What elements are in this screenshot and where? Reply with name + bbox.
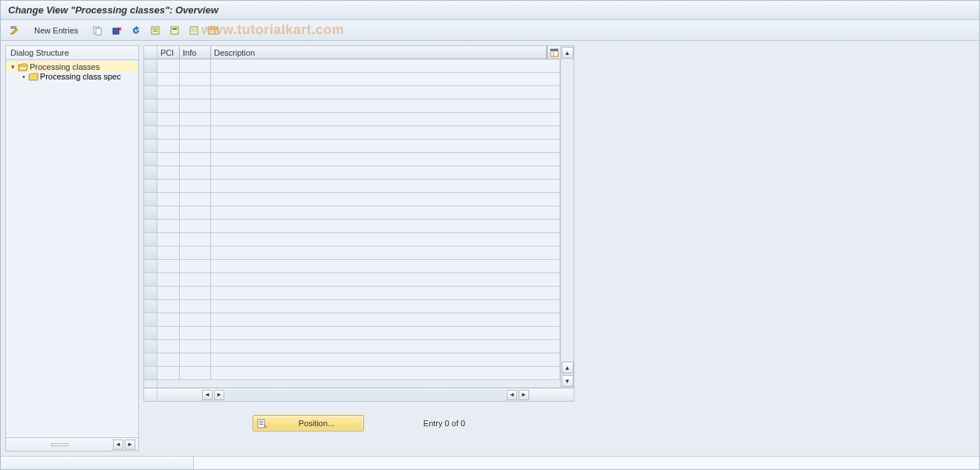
grid-row-header[interactable] <box>144 73 157 86</box>
svg-rect-11 <box>172 28 177 30</box>
table-icon <box>208 25 218 36</box>
grid-row[interactable] <box>158 220 560 233</box>
copy-as-button[interactable] <box>89 23 106 38</box>
grid-row-header[interactable] <box>144 300 157 313</box>
undo-change-button[interactable] <box>128 23 144 38</box>
sidebar-drag-handle[interactable] <box>9 443 111 446</box>
configure-columns-button[interactable] <box>547 46 560 59</box>
svg-rect-23 <box>259 421 263 422</box>
grid-row-header[interactable] <box>144 140 157 153</box>
grid-row-header[interactable] <box>144 86 157 99</box>
folder-open-icon <box>18 62 28 71</box>
svg-rect-9 <box>153 30 158 32</box>
scroll-right-button[interactable]: ► <box>519 390 529 400</box>
grid-row[interactable] <box>158 273 560 287</box>
grid-row[interactable] <box>158 313 560 327</box>
grid-row-header[interactable] <box>144 180 157 193</box>
scroll-up-button[interactable]: ▲ <box>562 47 574 59</box>
deselect-all-button[interactable] <box>186 23 202 38</box>
tree-node-processing-classes[interactable]: ▾ Processing classes <box>6 62 138 72</box>
grid-row[interactable] <box>158 340 560 353</box>
scroll-up-small-button[interactable]: ▲ <box>562 362 574 373</box>
position-label: Position... <box>273 419 360 428</box>
scroll-right-button[interactable]: ► <box>125 440 135 450</box>
grid-row-header[interactable] <box>144 113 157 126</box>
grid-header-row: PCl Info Description <box>158 46 560 59</box>
grid-row-header[interactable] <box>144 153 157 166</box>
grid-row-header[interactable] <box>144 126 157 140</box>
grid-row-header[interactable] <box>144 193 157 206</box>
grid-row[interactable] <box>158 287 560 300</box>
grid-row[interactable] <box>158 59 560 73</box>
grid-row-header[interactable] <box>144 99 157 113</box>
dialog-structure-sidebar: Dialog Structure ▾ Processing classes • … <box>5 45 139 451</box>
hscroll-area[interactable]: ◄ ► ◄ ► <box>158 388 574 401</box>
vertical-scrollbar[interactable]: ▲ ▲ ▼ <box>560 46 574 388</box>
grid-row-header[interactable] <box>144 367 157 380</box>
column-header-info[interactable]: Info <box>180 46 211 59</box>
grid-row-header[interactable] <box>144 327 157 340</box>
grid-row-header[interactable] <box>144 233 157 247</box>
column-header-description[interactable]: Description <box>211 46 547 59</box>
grid-row[interactable] <box>158 126 560 140</box>
grid-row-header[interactable] <box>144 313 157 327</box>
grid-corner[interactable] <box>144 46 157 59</box>
grid-row[interactable] <box>158 247 560 260</box>
grid-row[interactable] <box>158 99 560 113</box>
grid-row-header[interactable] <box>144 340 157 353</box>
title-bar: Change View "Processing classes": Overvi… <box>1 1 979 20</box>
grid-row[interactable] <box>158 233 560 247</box>
grid-row-header[interactable] <box>144 353 157 367</box>
watermark-text: www.tutorialkart.com <box>201 22 344 38</box>
scroll-track[interactable] <box>226 390 505 400</box>
grid-row[interactable] <box>158 180 560 193</box>
grid-row-header[interactable] <box>144 273 157 287</box>
new-entries-button[interactable]: New Entries <box>26 23 86 38</box>
tree-node-processing-class-spec[interactable]: • Processing class spec <box>6 72 138 81</box>
tree-node-label: Processing class spec <box>40 72 121 81</box>
grid-row[interactable] <box>158 260 560 273</box>
grid-row[interactable] <box>158 300 560 313</box>
svg-point-0 <box>11 26 13 28</box>
scroll-left-small-button[interactable]: ◄ <box>507 390 517 400</box>
undo-icon <box>131 25 141 36</box>
horizontal-scrollbar: ◄ ► ◄ ► <box>144 388 574 401</box>
toggle-change-display-button[interactable] <box>7 23 23 38</box>
grid-row[interactable] <box>158 153 560 166</box>
select-all-button[interactable] <box>147 23 163 38</box>
grid-top: PCl Info Description <box>144 46 574 388</box>
grid-row-header[interactable] <box>144 59 157 73</box>
grid-row-header[interactable] <box>144 287 157 300</box>
bullet-icon: • <box>22 72 25 81</box>
grid-row[interactable] <box>158 193 560 206</box>
grid-row-header[interactable] <box>144 206 157 220</box>
select-block-button[interactable] <box>166 23 183 38</box>
sidebar-header: Dialog Structure <box>6 46 138 60</box>
grid-row-header[interactable] <box>144 166 157 180</box>
grid-row-header[interactable] <box>144 247 157 260</box>
grid-row-headers <box>144 46 158 388</box>
grid-row[interactable] <box>158 140 560 153</box>
grid-row[interactable] <box>158 113 560 126</box>
grid-row[interactable] <box>158 86 560 99</box>
scroll-right-small-button[interactable]: ► <box>214 390 224 400</box>
grid-row[interactable] <box>158 367 560 380</box>
grid-row[interactable] <box>158 166 560 180</box>
grid-row-header[interactable] <box>144 260 157 273</box>
scroll-track[interactable] <box>561 59 574 361</box>
grid-row[interactable] <box>158 73 560 86</box>
column-header-pcl[interactable]: PCl <box>158 46 180 59</box>
grid-row[interactable] <box>158 206 560 220</box>
grid-row[interactable] <box>158 353 560 367</box>
position-button[interactable]: Position... <box>253 415 364 431</box>
scroll-left-button[interactable]: ◄ <box>202 390 212 400</box>
svg-rect-20 <box>551 49 558 51</box>
scroll-down-button[interactable]: ▼ <box>562 375 574 387</box>
grid-row-header[interactable] <box>144 220 157 233</box>
scroll-left-button[interactable]: ◄ <box>113 440 123 450</box>
expand-icon[interactable]: ▾ <box>9 63 16 71</box>
grid-row[interactable] <box>158 327 560 340</box>
table-settings-button[interactable] <box>205 23 221 38</box>
delete-button[interactable] <box>108 23 125 38</box>
svg-rect-8 <box>153 28 158 30</box>
